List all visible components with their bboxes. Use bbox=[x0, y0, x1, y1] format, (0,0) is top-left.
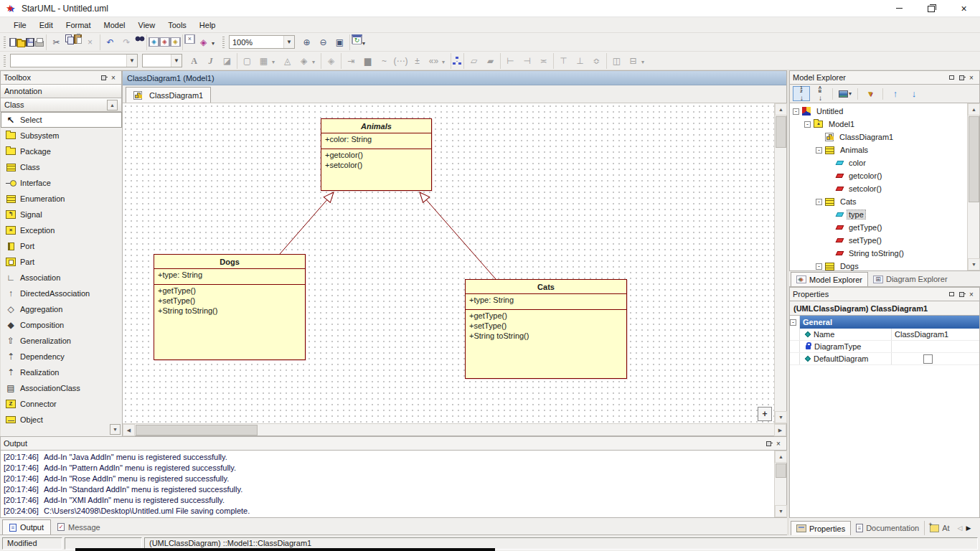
toolbox-item-aggregation[interactable]: ◇ Aggregation bbox=[1, 301, 122, 317]
refresh-overflow-chevron[interactable]: ▾ bbox=[362, 34, 369, 50]
chevron-down-icon[interactable]: ▼ bbox=[283, 36, 294, 48]
chevron-down-icon[interactable]: ▼ bbox=[171, 55, 182, 67]
save-file-button[interactable] bbox=[26, 38, 34, 47]
toolbox-item-package[interactable]: Package bbox=[1, 143, 122, 159]
select-area-button[interactable]: ▢ bbox=[239, 53, 255, 69]
zoom-in-button[interactable]: ⊕ bbox=[298, 34, 315, 50]
close-icon[interactable]: × bbox=[966, 72, 976, 83]
align-center-button[interactable]: ≍ bbox=[535, 53, 552, 69]
close-icon[interactable]: × bbox=[966, 289, 976, 299]
tab-classdiagram1[interactable]: ClassDiagram1 bbox=[126, 87, 211, 103]
xmi-button[interactable]: × bbox=[184, 34, 195, 44]
toolbox-section-class[interactable]: Class ▲ bbox=[0, 98, 122, 112]
tree-item-getcolor[interactable]: getcolor() bbox=[790, 169, 967, 182]
align-middle-button[interactable]: ≎ bbox=[588, 53, 605, 69]
zoom-area-button[interactable]: ▣ bbox=[331, 34, 348, 50]
add-element-button[interactable]: ◈ bbox=[170, 37, 181, 47]
menu-view[interactable]: View bbox=[132, 17, 162, 32]
show-compartment-button[interactable]: ▆ bbox=[359, 53, 376, 69]
toolbox-item-interface[interactable]: Interface bbox=[1, 175, 122, 191]
align-right-button[interactable]: ⊣ bbox=[519, 53, 535, 69]
toolbox-item-associationclass[interactable]: ▤ AssociationClass bbox=[1, 380, 122, 396]
toolbox-item-exception[interactable]: × Exception bbox=[1, 222, 122, 238]
scrollbar-thumb[interactable] bbox=[776, 116, 786, 148]
align-bottom-button[interactable]: ⊥ bbox=[572, 53, 588, 69]
move-up-button[interactable]: ↑ bbox=[887, 86, 904, 101]
toolbox-item-subsystem[interactable]: Subsystem bbox=[1, 128, 122, 143]
toolbox-item-enumeration[interactable]: Enumeration bbox=[1, 191, 122, 207]
align-overflow-chevron[interactable]: ▾ bbox=[641, 53, 649, 69]
chevron-down-icon[interactable]: ▼ bbox=[126, 55, 137, 67]
bring-to-front-button[interactable]: ▱ bbox=[466, 53, 482, 69]
space-equally-v-button[interactable]: ⊟ bbox=[625, 53, 641, 69]
scroll-down-icon[interactable]: ▼ bbox=[775, 411, 787, 423]
toolbox-item-select[interactable]: ↖ Select bbox=[1, 112, 122, 128]
tree-expander[interactable]: - bbox=[793, 108, 799, 115]
prop-row-diagramtype[interactable]: DiagramType bbox=[790, 341, 979, 353]
show-visibility-button[interactable]: ± bbox=[409, 53, 425, 69]
tree-expander[interactable]: - bbox=[816, 147, 822, 154]
toolbox-item-object[interactable]: Object bbox=[1, 412, 122, 428]
toolbar-overflow-chevron[interactable]: ▾ bbox=[212, 34, 219, 50]
diagram-canvas[interactable]: Animals +color: String +getcolor()+setco… bbox=[123, 103, 774, 423]
show-stereotype-button[interactable]: «» bbox=[425, 53, 442, 69]
output-scrollbar[interactable]: ▲ ▼ bbox=[774, 451, 786, 517]
tab-attachments[interactable]: At bbox=[924, 521, 954, 535]
zoom-combobox[interactable]: 100% ▼ bbox=[229, 35, 295, 49]
send-to-back-button[interactable]: ▰ bbox=[482, 53, 499, 69]
format-overflow-chevron[interactable]: ▾ bbox=[442, 53, 449, 69]
toolbox-item-connector[interactable]: Z Connector bbox=[1, 396, 122, 412]
grid-style-button[interactable]: ▦ bbox=[255, 53, 272, 69]
menu-help[interactable]: Help bbox=[193, 17, 222, 32]
tab-model-explorer[interactable]: Model Explorer bbox=[791, 272, 868, 286]
scroll-right-icon[interactable]: ▶ bbox=[774, 424, 786, 436]
tab-properties[interactable]: Properties bbox=[791, 521, 851, 535]
toolbox-item-composition[interactable]: ◆ Composition bbox=[1, 317, 122, 333]
font-style-button[interactable]: J bbox=[202, 53, 219, 69]
pin-icon[interactable] bbox=[98, 72, 108, 83]
toolbar-grip[interactable] bbox=[4, 37, 6, 48]
scroll-left-icon[interactable]: ◀ bbox=[123, 424, 135, 436]
tab-scroll-left-icon[interactable]: ◁ bbox=[958, 524, 963, 532]
tree-item-setcolor[interactable]: setcolor() bbox=[790, 182, 967, 195]
toolbox-item-directedassociation[interactable]: ↑ DirectedAssociation bbox=[1, 286, 122, 301]
menu-tools[interactable]: Tools bbox=[161, 17, 193, 32]
tab-diagram-explorer[interactable]: Diagram Explorer bbox=[868, 272, 953, 286]
tree-expander[interactable]: - bbox=[816, 199, 822, 205]
scroll-down-icon[interactable]: ▼ bbox=[110, 424, 121, 435]
scroll-down-icon[interactable]: ▼ bbox=[968, 258, 980, 270]
delete-button[interactable]: × bbox=[82, 34, 98, 50]
property-value[interactable] bbox=[892, 353, 979, 364]
toolbar-grip[interactable] bbox=[4, 55, 6, 67]
scroll-up-icon[interactable]: ▲ bbox=[775, 451, 787, 463]
prop-row-defaultdiagram[interactable]: DefaultDiagram bbox=[790, 353, 979, 365]
model-tree-scrollbar[interactable]: ▲ ▼ bbox=[967, 103, 979, 270]
tree-item-tostring[interactable]: String toString() bbox=[790, 247, 967, 260]
scrollbar-thumb[interactable] bbox=[969, 116, 979, 202]
tree-item-dogs[interactable]: - Dogs bbox=[790, 260, 967, 270]
align-top-button[interactable]: ⊤ bbox=[555, 53, 572, 69]
menu-model[interactable]: Model bbox=[98, 17, 132, 32]
restore-button[interactable] bbox=[915, 0, 948, 17]
sort-alphabetically-button[interactable] bbox=[811, 86, 829, 101]
tree-expander[interactable]: - bbox=[804, 121, 811, 128]
uml-class[interactable]: Dogs +type: String +getType()+setType()+… bbox=[154, 254, 306, 360]
maximize-icon[interactable] bbox=[946, 72, 956, 83]
menu-format[interactable]: Format bbox=[60, 17, 98, 32]
toolbox-item-signal[interactable]: ↰ Signal bbox=[1, 207, 122, 222]
toolbar-grip[interactable] bbox=[222, 37, 225, 48]
add-diagram-button[interactable]: ◈ bbox=[149, 37, 159, 47]
tab-message[interactable]: Message bbox=[51, 519, 107, 534]
property-value[interactable]: ClassDiagram1 bbox=[892, 329, 979, 340]
filter-button[interactable]: ▼ bbox=[862, 86, 879, 101]
uml-class[interactable]: Cats +type: String +getType()+setType()+… bbox=[465, 279, 627, 379]
toolbox-item-port[interactable]: Port bbox=[1, 238, 122, 254]
zoom-out-button[interactable]: ⊖ bbox=[315, 34, 331, 50]
tree-item-gettype[interactable]: getType() bbox=[790, 221, 967, 234]
scrollbar-thumb[interactable] bbox=[776, 463, 786, 478]
section-general[interactable]: General bbox=[800, 316, 979, 329]
tree-item-untitled[interactable]: - Untitled bbox=[790, 105, 967, 118]
stereotype-style-button[interactable]: ◈ bbox=[323, 53, 339, 69]
show-operations-button[interactable]: ~ bbox=[376, 53, 392, 69]
space-equally-h-button[interactable]: ◫ bbox=[608, 53, 625, 69]
